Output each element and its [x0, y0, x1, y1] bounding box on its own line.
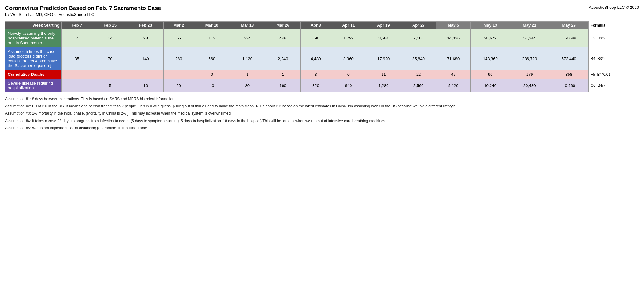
naive-apr11: 1,792	[331, 29, 366, 47]
deaths-mar2	[163, 70, 194, 79]
severe-feb15: 5	[92, 79, 128, 92]
assume5x-apr3: 4,480	[301, 47, 331, 70]
assumption-3: Assumption #3: 1% mortality in the initi…	[5, 111, 639, 116]
page-header: Coronavirus Prediction Based on Feb. 7 S…	[5, 5, 639, 18]
deaths-may5: 45	[436, 70, 470, 79]
table-row-deaths: Cumulative Deaths 0 1 1 3 6 11 22 45 90 …	[5, 70, 639, 79]
assume5x-formula: B4=B3*5	[589, 47, 639, 70]
col-header-may29: May 29	[549, 22, 589, 29]
assume5x-mar10: 560	[194, 47, 230, 70]
assumption-5: Assumption #5: We do not implement socia…	[5, 125, 639, 131]
page-subtitle: by Wei-Shin Lai, MD, CEO of AcousticShee…	[5, 12, 161, 17]
deaths-mar10: 0	[194, 70, 230, 79]
deaths-apr19: 11	[366, 70, 401, 79]
deaths-label: Cumulative Deaths	[5, 70, 62, 79]
formula-header: Formula	[589, 22, 639, 29]
naive-may5: 14,336	[436, 29, 470, 47]
severe-label: Severe disease requiring hospitalization	[5, 79, 62, 92]
deaths-may29: 358	[549, 70, 589, 79]
deaths-feb7	[62, 70, 92, 79]
severe-formula: C6=B4/7	[589, 79, 639, 92]
naive-mar10: 112	[194, 29, 230, 47]
deaths-feb15	[92, 70, 128, 79]
deaths-apr27: 22	[401, 70, 436, 79]
naive-feb15: 14	[92, 29, 128, 47]
severe-mar18: 80	[230, 79, 265, 92]
naive-label: Naively assuming the only hospitalized p…	[5, 29, 62, 47]
assume5x-feb15: 70	[92, 47, 128, 70]
assume5x-may5: 71,680	[436, 47, 470, 70]
assume5x-apr27: 35,840	[401, 47, 436, 70]
col-header-feb7: Feb 7	[62, 22, 92, 29]
severe-may29: 40,960	[549, 79, 589, 92]
severe-mar10: 40	[194, 79, 230, 92]
main-table: Week Starting Feb 7 Feb 15 Feb 23 Mar 2 …	[5, 21, 639, 92]
severe-mar2: 20	[163, 79, 194, 92]
deaths-apr3: 3	[301, 70, 331, 79]
col-header-mar2: Mar 2	[163, 22, 194, 29]
assume5x-apr11: 8,960	[331, 47, 366, 70]
naive-mar26: 448	[265, 29, 300, 47]
col-header-may13: May 13	[470, 22, 510, 29]
col-header-apr27: Apr 27	[401, 22, 436, 29]
assumption-4: Assumption #4: It takes a case 28 days t…	[5, 118, 639, 124]
col-header-may21: May 21	[510, 22, 549, 29]
table-row-naive: Naively assuming the only hospitalized p…	[5, 29, 639, 47]
assumption-2: Assumption #2: R0 of 2.0 in the US. It m…	[5, 103, 639, 109]
table-row-assume5x: Assumes 5 times the case load (doctors d…	[5, 47, 639, 70]
col-header-apr11: Apr 11	[331, 22, 366, 29]
deaths-mar26: 1	[265, 70, 300, 79]
assume5x-mar26: 2,240	[265, 47, 300, 70]
severe-may21: 20,480	[510, 79, 549, 92]
deaths-apr11: 6	[331, 70, 366, 79]
assume5x-feb23: 140	[128, 47, 163, 70]
deaths-feb23	[128, 70, 163, 79]
col-header-feb23: Feb 23	[128, 22, 163, 29]
severe-apr3: 320	[301, 79, 331, 92]
col-header-mar26: Mar 26	[265, 22, 300, 29]
naive-feb23: 28	[128, 29, 163, 47]
assumption-1: Assumption #1: 8 days between generation…	[5, 96, 639, 102]
col-header-mar18: Mar 18	[230, 22, 265, 29]
assume5x-mar18: 1,120	[230, 47, 265, 70]
copyright: AcousticSheep LLC © 2020	[589, 5, 639, 10]
col-header-mar10: Mar 10	[194, 22, 230, 29]
assume5x-may21: 286,720	[510, 47, 549, 70]
assume5x-feb7: 35	[62, 47, 92, 70]
deaths-may21: 179	[510, 70, 549, 79]
page-title: Coronavirus Prediction Based on Feb. 7 S…	[5, 5, 161, 12]
naive-apr19: 3,584	[366, 29, 401, 47]
naive-may21: 57,344	[510, 29, 549, 47]
deaths-may13: 90	[470, 70, 510, 79]
naive-mar18: 224	[230, 29, 265, 47]
deaths-formula: F5=B4*0.01	[589, 70, 639, 79]
naive-apr27: 7,168	[401, 29, 436, 47]
severe-apr19: 1,280	[366, 79, 401, 92]
severe-may13: 10,240	[470, 79, 510, 92]
table-header-row: Week Starting Feb 7 Feb 15 Feb 23 Mar 2 …	[5, 22, 639, 29]
col-header-apr19: Apr 19	[366, 22, 401, 29]
assume5x-may13: 143,360	[470, 47, 510, 70]
col-header-feb15: Feb 15	[92, 22, 128, 29]
naive-apr3: 896	[301, 29, 331, 47]
naive-may13: 28,672	[470, 29, 510, 47]
deaths-mar18: 1	[230, 70, 265, 79]
assume5x-apr19: 17,920	[366, 47, 401, 70]
severe-feb23: 10	[128, 79, 163, 92]
assume5x-may29: 573,440	[549, 47, 589, 70]
severe-apr27: 2,560	[401, 79, 436, 92]
col-header-may5: May 5	[436, 22, 470, 29]
week-starting-header: Week Starting	[5, 22, 62, 29]
assumptions-section: Assumption #1: 8 days between generation…	[5, 96, 639, 131]
assume5x-label: Assumes 5 times the case load (doctors d…	[5, 47, 62, 70]
naive-mar2: 56	[163, 29, 194, 47]
table-row-severe: Severe disease requiring hospitalization…	[5, 79, 639, 92]
naive-may29: 114,688	[549, 29, 589, 47]
naive-formula: C3=B3*2	[589, 29, 639, 47]
assume5x-mar2: 280	[163, 47, 194, 70]
severe-may5: 5,120	[436, 79, 470, 92]
naive-feb7: 7	[62, 29, 92, 47]
severe-feb7	[62, 79, 92, 92]
severe-apr11: 640	[331, 79, 366, 92]
col-header-apr3: Apr 3	[301, 22, 331, 29]
